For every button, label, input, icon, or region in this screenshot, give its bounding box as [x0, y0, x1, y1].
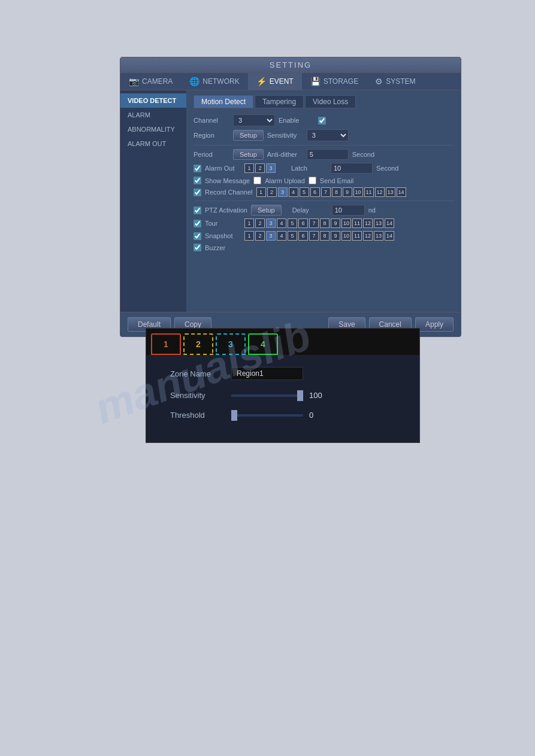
alarm-out-checkbox[interactable]: [194, 165, 201, 172]
rec-ch-8[interactable]: 8: [332, 187, 341, 197]
record-channel-checkbox[interactable]: [194, 189, 201, 196]
period-setup-button[interactable]: Setup: [233, 149, 264, 160]
zone-name-row: Zone Name: [170, 367, 395, 380]
zone-name-input[interactable]: [231, 367, 303, 380]
region-row: Region Setup Sensitivity 3: [194, 129, 454, 141]
sensitivity-slider-container: 100: [231, 391, 327, 400]
tour-ch-5[interactable]: 5: [288, 218, 297, 228]
rec-ch-2[interactable]: 2: [267, 187, 277, 197]
zone-sensitivity-label: Sensitivity: [170, 391, 224, 400]
zone-tab-1[interactable]: 1: [151, 333, 181, 355]
sidebar-item-video-detect[interactable]: VIDEO DETECT: [120, 93, 186, 108]
anti-dither-input[interactable]: [307, 149, 349, 160]
rec-ch-11[interactable]: 11: [364, 187, 374, 197]
threshold-slider[interactable]: [231, 414, 303, 417]
tab-tampering[interactable]: Tampering: [255, 95, 304, 108]
tab-camera-label: CAMERA: [142, 77, 173, 86]
rec-ch-3[interactable]: 3: [278, 187, 288, 197]
tour-checkbox[interactable]: [194, 220, 201, 227]
snap-ch-12[interactable]: 12: [363, 231, 373, 241]
tour-ch-6[interactable]: 6: [298, 218, 308, 228]
ptz-checkbox[interactable]: [194, 207, 201, 214]
tour-row: Tour 1 2 3 4 5 6 7 8 9 10 11 12 13 14: [194, 218, 454, 228]
rec-ch-10[interactable]: 10: [353, 187, 363, 197]
tour-ch-9[interactable]: 9: [331, 218, 340, 228]
tab-storage[interactable]: 💾 STORAGE: [302, 73, 367, 90]
ptz-setup-button[interactable]: Setup: [251, 205, 282, 215]
tour-ch-7[interactable]: 7: [309, 218, 319, 228]
rec-ch-4[interactable]: 4: [289, 187, 298, 197]
rec-ch-13[interactable]: 13: [386, 187, 395, 197]
send-email-label: Send Email: [320, 177, 356, 184]
snap-ch-5[interactable]: 5: [288, 231, 297, 241]
tour-ch-13[interactable]: 13: [374, 218, 383, 228]
settings-panel: SETTING 📷 CAMERA 🌐 NETWORK ⚡ EVENT 💾 STO…: [120, 57, 461, 337]
zone-threshold-row: Threshold 0: [170, 411, 395, 420]
storage-icon: 💾: [310, 77, 321, 86]
snap-ch-14[interactable]: 14: [385, 231, 394, 241]
snap-ch-10[interactable]: 10: [341, 231, 351, 241]
buzzer-checkbox[interactable]: [194, 244, 201, 251]
tour-ch-2[interactable]: 2: [255, 218, 265, 228]
tab-network[interactable]: 🌐 NETWORK: [181, 73, 247, 90]
rec-ch-12[interactable]: 12: [375, 187, 385, 197]
snap-ch-11[interactable]: 11: [352, 231, 362, 241]
zone-tab-bar: 1 2 3 4: [146, 329, 419, 355]
tour-ch-12[interactable]: 12: [363, 218, 373, 228]
snap-ch-7[interactable]: 7: [309, 231, 319, 241]
zone-tab-3[interactable]: 3: [216, 333, 246, 355]
tab-event-label: EVENT: [270, 77, 294, 86]
delay-label: Delay: [292, 207, 328, 214]
tour-ch-8[interactable]: 8: [320, 218, 330, 228]
tab-video-loss[interactable]: Video Loss: [305, 95, 356, 108]
sidebar-item-alarm[interactable]: ALARM: [120, 108, 186, 122]
snap-ch-9[interactable]: 9: [331, 231, 340, 241]
tab-system[interactable]: ⚙ SYSTEM: [367, 73, 424, 90]
zone-tab-2[interactable]: 2: [183, 333, 213, 355]
channel-select[interactable]: 3: [233, 114, 275, 126]
snap-ch-3[interactable]: 3: [266, 231, 276, 241]
snapshot-nums: 1 2 3 4 5 6 7 8 9 10 11 12 13 14: [244, 231, 394, 241]
show-message-checkbox[interactable]: [194, 177, 201, 184]
alarm-upload-checkbox[interactable]: [253, 177, 261, 184]
snap-ch-2[interactable]: 2: [255, 231, 265, 241]
sidebar-item-abnormality[interactable]: ABNORMALITY: [120, 122, 186, 136]
send-email-checkbox[interactable]: [309, 177, 316, 184]
alarm-out-ch-3[interactable]: 3: [266, 163, 276, 173]
rec-ch-6[interactable]: 6: [310, 187, 320, 197]
snap-ch-1[interactable]: 1: [244, 231, 254, 241]
sensitivity-slider[interactable]: [231, 394, 303, 397]
latch-input[interactable]: [331, 163, 373, 174]
tab-motion-detect[interactable]: Motion Detect: [194, 95, 253, 108]
rec-ch-7[interactable]: 7: [321, 187, 331, 197]
rec-ch-14[interactable]: 14: [397, 187, 406, 197]
snap-ch-4[interactable]: 4: [277, 231, 286, 241]
snap-ch-6[interactable]: 6: [298, 231, 308, 241]
alarm-out-ch-1[interactable]: 1: [244, 163, 254, 173]
tour-ch-1[interactable]: 1: [244, 218, 254, 228]
rec-ch-5[interactable]: 5: [300, 187, 309, 197]
sidebar-item-alarm-out[interactable]: ALARM OUT: [120, 136, 186, 151]
rec-ch-1[interactable]: 1: [256, 187, 266, 197]
tab-camera[interactable]: 📷 CAMERA: [120, 73, 181, 90]
alarm-upload-label: Alarm Upload: [265, 177, 305, 184]
snap-ch-8[interactable]: 8: [320, 231, 330, 241]
apply-button[interactable]: Apply: [415, 317, 454, 332]
zone-tab-4[interactable]: 4: [248, 333, 278, 355]
alarm-out-ch-2[interactable]: 2: [255, 163, 265, 173]
snapshot-checkbox[interactable]: [194, 232, 201, 240]
tab-event[interactable]: ⚡ EVENT: [248, 73, 302, 90]
tour-ch-11[interactable]: 11: [352, 218, 362, 228]
delay-input[interactable]: [332, 205, 365, 215]
tour-ch-10[interactable]: 10: [341, 218, 351, 228]
region-setup-button[interactable]: Setup: [233, 130, 264, 141]
tour-ch-4[interactable]: 4: [277, 218, 286, 228]
snap-ch-13[interactable]: 13: [374, 231, 383, 241]
camera-icon: 📷: [129, 77, 139, 86]
sensitivity-select[interactable]: 3: [307, 129, 349, 141]
tour-ch-14[interactable]: 14: [385, 218, 394, 228]
tour-ch-3[interactable]: 3: [266, 218, 276, 228]
enable-checkbox[interactable]: [318, 117, 326, 125]
sensitivity-label: Sensitivity: [267, 132, 303, 139]
rec-ch-9[interactable]: 9: [343, 187, 352, 197]
